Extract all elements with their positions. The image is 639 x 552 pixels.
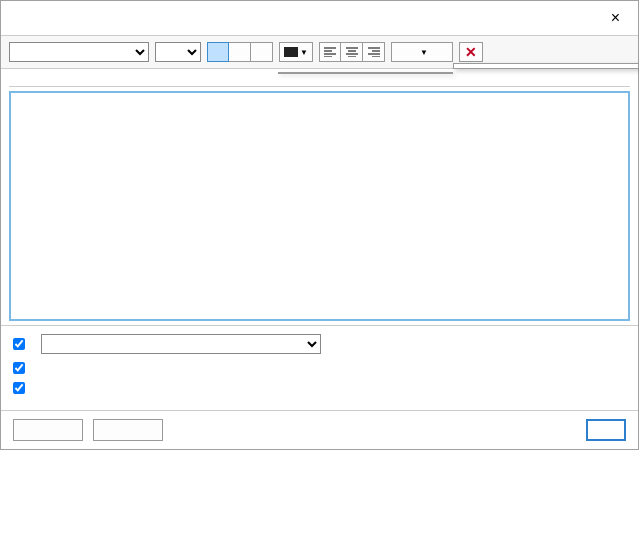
align-center-button[interactable] — [341, 42, 363, 62]
tooltip-mode-select[interactable] — [41, 334, 321, 354]
align-left-button[interactable] — [319, 42, 341, 62]
show-tooltips-row — [13, 334, 626, 354]
insert-menu[interactable] — [453, 63, 639, 69]
style-group — [207, 42, 273, 62]
tooltip-editor[interactable] — [9, 91, 630, 321]
align-center-icon — [346, 47, 358, 57]
bold-button[interactable] — [207, 42, 229, 62]
insert-button[interactable]: ▼ — [391, 42, 453, 62]
underline-button[interactable] — [251, 42, 273, 62]
include-cmd-row — [13, 362, 626, 374]
options-panel — [1, 325, 638, 410]
align-right-button[interactable] — [363, 42, 385, 62]
italic-button[interactable] — [229, 42, 251, 62]
footer-spacer — [173, 419, 576, 441]
show-tooltips-checkbox[interactable] — [13, 338, 25, 350]
color-swatch-icon — [284, 47, 298, 57]
ok-button[interactable] — [586, 419, 626, 441]
sheets-submenu[interactable] — [278, 72, 453, 74]
close-icon[interactable]: × — [601, 9, 630, 27]
titlebar: × — [1, 1, 638, 35]
font-family-select[interactable] — [9, 42, 149, 62]
allow-sel-checkbox[interactable] — [13, 382, 25, 394]
reset-button[interactable] — [13, 419, 83, 441]
clear-button[interactable]: ✕ — [459, 42, 483, 62]
include-cmd-checkbox[interactable] — [13, 362, 25, 374]
align-left-icon — [324, 47, 336, 57]
font-color-button[interactable]: ▼ — [279, 42, 313, 62]
align-group — [319, 42, 385, 62]
align-right-icon — [368, 47, 380, 57]
chevron-down-icon: ▼ — [420, 48, 428, 57]
edit-tooltip-dialog: × ▼ ▼ — [0, 0, 639, 450]
font-size-select[interactable] — [155, 42, 201, 62]
dialog-footer — [1, 410, 638, 449]
editor-wrap — [1, 87, 638, 325]
allow-sel-row — [13, 382, 626, 394]
preview-button[interactable] — [93, 419, 163, 441]
chevron-down-icon: ▼ — [300, 48, 308, 57]
